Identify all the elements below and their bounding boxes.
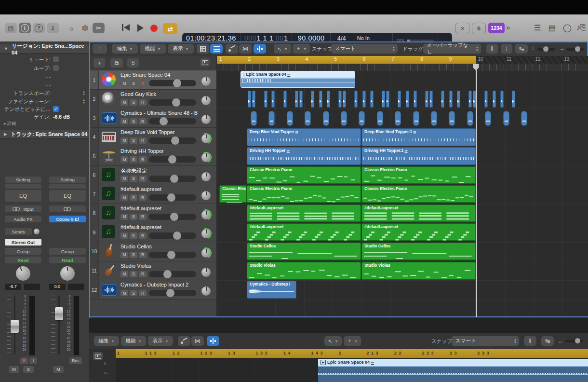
- track-mute-button[interactable]: M: [120, 80, 128, 86]
- editor-region-header[interactable]: ▶Epic Snare Space 04 ∞: [318, 359, 588, 366]
- play-region-icon[interactable]: ▶: [321, 360, 326, 365]
- region-midi[interactable]: #default.aupreset: [361, 223, 476, 241]
- editor-flex-button[interactable]: [207, 336, 219, 346]
- region-audio-hit[interactable]: [406, 91, 409, 108]
- track-solo-button[interactable]: S: [130, 176, 137, 182]
- bounce-button[interactable]: Bnc: [69, 357, 82, 364]
- region-audio-hit[interactable]: [343, 91, 346, 108]
- input-monitor-button[interactable]: I: [29, 357, 37, 364]
- vertical-zoom-slider[interactable]: [537, 48, 555, 51]
- track-header-row[interactable]: 10Studio CellosMSR: [90, 242, 216, 261]
- region-audio-hit[interactable]: [484, 91, 488, 108]
- editor-view-menu[interactable]: 表示▼: [148, 336, 173, 346]
- track-name[interactable]: Studio Cellos: [120, 244, 212, 249]
- track-volume-slider[interactable]: [149, 137, 196, 144]
- region-audio-hit[interactable]: [338, 91, 342, 108]
- region-inspector-header[interactable]: ▼ リージョン: Epic Sna...Space 04: [0, 44, 89, 54]
- region-audio-hit[interactable]: [323, 111, 329, 126]
- track-icon[interactable]: [102, 244, 117, 259]
- region-midi[interactable]: Classic Electric Piano: [247, 185, 361, 203]
- track-volume-slider[interactable]: [149, 80, 196, 86]
- editor-edit-menu[interactable]: 編集▼: [94, 336, 119, 346]
- strip-group-button[interactable]: Group: [5, 248, 41, 255]
- library-tray-button[interactable]: ▤: [5, 23, 17, 33]
- region-midi[interactable]: Classic Elect: [219, 185, 247, 203]
- region-audio-hit[interactable]: [359, 111, 365, 126]
- track-mute-button[interactable]: M: [120, 252, 128, 258]
- strip-sends-button[interactable]: Sends: [5, 228, 32, 235]
- inspector-toggle-button[interactable]: i: [19, 23, 31, 33]
- track-solo-button[interactable]: S: [130, 99, 137, 106]
- region-audio-hit[interactable]: [283, 91, 287, 108]
- record-button[interactable]: [150, 25, 158, 32]
- edit-menu[interactable]: 編集▼: [112, 44, 138, 54]
- peak-value[interactable]: [24, 284, 40, 290]
- functions-menu[interactable]: 機能▼: [140, 44, 166, 54]
- strip-input-button[interactable]: Input: [5, 205, 41, 212]
- send-knob[interactable]: [34, 229, 40, 234]
- track-volume-slider[interactable]: [149, 290, 196, 296]
- region-audio-hit[interactable]: [398, 91, 401, 108]
- region-midi[interactable]: Classic Electric Piano: [361, 166, 476, 184]
- region-audio-hit[interactable]: [377, 111, 383, 126]
- track-icon[interactable]: ♫: [102, 168, 117, 183]
- snap-dropdown[interactable]: スマート▲▼: [331, 44, 398, 54]
- region-audio-hit[interactable]: [362, 91, 366, 108]
- track-header-row[interactable]: 2Good Guy KickMSR: [90, 90, 216, 109]
- track-pan-knob[interactable]: [201, 286, 211, 296]
- region-midi[interactable]: #default.aupreset: [361, 205, 476, 222]
- track-volume-slider[interactable]: [149, 176, 196, 182]
- finetune-stepper[interactable]: ▲▼: [82, 98, 85, 104]
- editor-waveform-zoom-button[interactable]: ⫴: [524, 336, 536, 346]
- strip-group-button[interactable]: Group: [49, 248, 86, 255]
- region-audio-hit[interactable]: [251, 111, 257, 126]
- track-view-button[interactable]: [210, 44, 223, 54]
- region-audio-hit[interactable]: [382, 91, 385, 108]
- region-audio[interactable]: Driving HH Topper.1 ∞: [361, 147, 476, 165]
- peak-value[interactable]: [68, 284, 84, 290]
- track-record-button[interactable]: R: [139, 118, 147, 124]
- volume-value[interactable]: -5.7: [5, 284, 21, 290]
- region-audio-hit[interactable]: [370, 91, 374, 108]
- region-audio-hit[interactable]: [429, 91, 433, 108]
- pan-knob[interactable]: [16, 266, 30, 281]
- track-icon[interactable]: ♫: [102, 187, 117, 202]
- region-audio-hit[interactable]: [512, 91, 515, 108]
- mute-checkbox[interactable]: [53, 56, 59, 62]
- editor-snap-dropdown[interactable]: スマート▲▼: [452, 336, 519, 346]
- track-volume-slider[interactable]: [149, 232, 196, 239]
- region-audio-hit[interactable]: [252, 91, 255, 108]
- region-audio-hit[interactable]: [305, 111, 311, 126]
- automation-button[interactable]: [226, 44, 238, 54]
- region-audio-hit[interactable]: [449, 111, 455, 126]
- ruler-tick-strip[interactable]: [217, 64, 588, 71]
- gain-value[interactable]: -6.6 dB: [53, 114, 70, 120]
- region-audio-hit[interactable]: [287, 111, 293, 126]
- region-midi[interactable]: Classic Electric Piano: [247, 166, 361, 184]
- track-icon[interactable]: [102, 130, 117, 145]
- editor-ruler[interactable]: [116, 349, 588, 358]
- strip-gain-slot[interactable]: [5, 184, 41, 189]
- import-button[interactable]: ⇓: [47, 23, 59, 33]
- region-audio-hit[interactable]: [413, 111, 419, 126]
- region-audio-hit[interactable]: [485, 111, 491, 126]
- strip-audiofx-button[interactable]: Audio FX: [5, 216, 41, 222]
- region-audio-hit[interactable]: [457, 91, 460, 108]
- region-audio[interactable]: Cymatics - Dubstep I: [247, 281, 296, 299]
- midi-panic-button[interactable]: ✕: [455, 23, 469, 34]
- track-solo-button[interactable]: S: [130, 290, 137, 296]
- horizontal-zoom-slider[interactable]: [566, 48, 584, 51]
- track-icon[interactable]: [102, 110, 117, 125]
- track-name[interactable]: #default.aupreset: [120, 224, 212, 230]
- track-solo-button[interactable]: S: [130, 271, 137, 277]
- catch-playhead-button[interactable]: [200, 58, 210, 67]
- region-midi[interactable]: Classic Electric Piano: [361, 185, 476, 203]
- region-audio-hit[interactable]: [264, 91, 267, 108]
- track-pan-knob[interactable]: [201, 77, 211, 86]
- play-button[interactable]: [137, 24, 144, 32]
- cycle-button[interactable]: ⇄: [163, 23, 177, 34]
- region-audio-hit[interactable]: [354, 91, 358, 108]
- track-name[interactable]: Cymatics - Dubstep Impact 2: [120, 282, 212, 287]
- strip-gain-slot[interactable]: [49, 184, 86, 189]
- editor-catch-button[interactable]: [93, 352, 103, 360]
